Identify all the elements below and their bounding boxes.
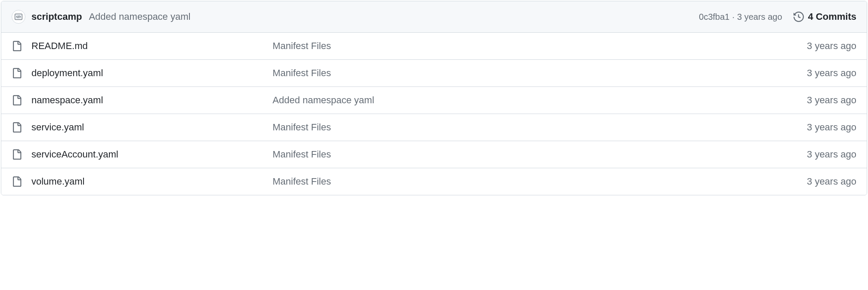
file-name[interactable]: README.md <box>31 40 273 52</box>
commit-hash[interactable]: 0c3fba1 <box>699 12 729 22</box>
file-updated-ago: 3 years ago <box>807 68 856 79</box>
file-browser-container: scriptcamp Added namespace yaml 0c3fba1 … <box>1 1 867 195</box>
file-updated-ago: 3 years ago <box>807 149 856 160</box>
file-commit-message[interactable]: Manifest Files <box>273 149 807 160</box>
latest-commit-message[interactable]: Added namespace yaml <box>89 11 190 22</box>
commits-count-label: 4 Commits <box>808 11 856 22</box>
file-commit-message[interactable]: Manifest Files <box>273 40 807 52</box>
file-icon <box>12 149 22 160</box>
file-icon <box>12 176 22 187</box>
file-icon <box>12 68 22 78</box>
file-row: volume.yamlManifest Files3 years ago <box>1 168 867 195</box>
file-name[interactable]: namespace.yaml <box>31 95 273 106</box>
commits-history-link[interactable]: 4 Commits <box>794 11 856 22</box>
history-icon <box>794 12 804 22</box>
author-name[interactable]: scriptcamp <box>31 11 82 22</box>
latest-commit-header: scriptcamp Added namespace yaml 0c3fba1 … <box>1 1 867 33</box>
file-row: README.mdManifest Files3 years ago <box>1 33 867 60</box>
file-row: service.yamlManifest Files3 years ago <box>1 114 867 141</box>
file-updated-ago: 3 years ago <box>807 40 856 52</box>
file-icon <box>12 95 22 105</box>
file-row: serviceAccount.yamlManifest Files3 years… <box>1 141 867 168</box>
file-name[interactable]: serviceAccount.yaml <box>31 149 273 160</box>
file-commit-message[interactable]: Manifest Files <box>273 122 807 133</box>
file-row: namespace.yamlAdded namespace yaml3 year… <box>1 87 867 114</box>
file-updated-ago: 3 years ago <box>807 122 856 133</box>
commit-ago: 3 years ago <box>737 12 782 22</box>
file-row: deployment.yamlManifest Files3 years ago <box>1 60 867 87</box>
file-list: README.mdManifest Files3 years agodeploy… <box>1 33 867 195</box>
file-commit-message[interactable]: Manifest Files <box>273 68 807 79</box>
file-name[interactable]: service.yaml <box>31 122 273 133</box>
file-icon <box>12 41 22 51</box>
file-updated-ago: 3 years ago <box>807 176 856 187</box>
author-avatar[interactable] <box>12 10 25 24</box>
file-name[interactable]: deployment.yaml <box>31 68 273 79</box>
file-commit-message[interactable]: Added namespace yaml <box>273 95 807 106</box>
file-icon <box>12 122 22 133</box>
file-updated-ago: 3 years ago <box>807 95 856 106</box>
file-commit-message[interactable]: Manifest Files <box>273 176 807 187</box>
code-avatar-icon <box>14 12 23 21</box>
file-name[interactable]: volume.yaml <box>31 176 273 187</box>
separator-dot: · <box>732 12 735 22</box>
